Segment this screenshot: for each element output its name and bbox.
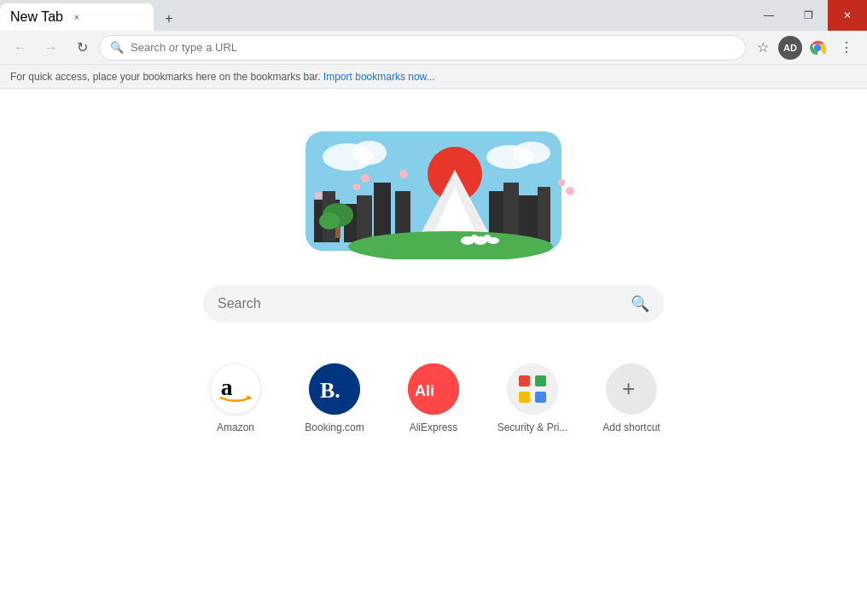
window-controls: — ❐ ✕ (749, 0, 867, 31)
svg-rect-12 (357, 195, 372, 242)
svg-marker-35 (246, 395, 250, 398)
profile-avatar[interactable]: AD (778, 36, 802, 60)
active-tab[interactable]: New Tab × (0, 3, 154, 31)
search-bar-wrapper[interactable]: 🔍 (203, 285, 664, 323)
security-icon (507, 363, 558, 415)
svg-rect-18 (538, 187, 550, 242)
shortcuts-row: a Amazon B. Booking.com Ali (193, 357, 674, 440)
booking-label: Booking.com (305, 421, 364, 433)
minimize-button[interactable]: — (749, 0, 788, 31)
address-search-icon: 🔍 (110, 41, 124, 54)
svg-text:+: + (622, 375, 635, 401)
svg-rect-13 (374, 183, 391, 242)
add-shortcut-icon: + (606, 363, 657, 415)
svg-point-3 (352, 141, 387, 165)
svg-text:a: a (221, 374, 233, 400)
svg-point-0 (814, 44, 821, 50)
svg-text:B.: B. (320, 378, 340, 403)
svg-point-33 (487, 237, 499, 244)
svg-point-40 (507, 363, 558, 415)
maximize-button[interactable]: ❐ (788, 0, 828, 31)
tab-strip: New Tab × + (0, 0, 749, 31)
svg-rect-41 (519, 375, 530, 386)
shortcut-security[interactable]: Security & Pri... (490, 357, 575, 440)
back-button[interactable]: ← (7, 34, 34, 61)
svg-rect-44 (535, 392, 546, 403)
forward-button[interactable]: → (38, 34, 65, 61)
new-tab-button[interactable]: + (157, 7, 181, 31)
svg-rect-43 (519, 392, 530, 403)
tab-close-button[interactable]: × (70, 10, 84, 24)
nav-right-controls: ☆ AD ⋮ (749, 34, 860, 61)
tab-title: New Tab (10, 9, 63, 25)
svg-point-5 (513, 142, 550, 164)
refresh-button[interactable]: ↻ (68, 34, 96, 61)
address-bar[interactable]: 🔍 (99, 35, 746, 61)
search-input[interactable] (218, 296, 624, 311)
svg-rect-16 (503, 183, 519, 242)
amazon-icon: a (210, 363, 261, 415)
svg-point-22 (319, 212, 340, 230)
favorite-button[interactable]: ☆ (749, 34, 777, 61)
svg-rect-42 (535, 375, 546, 386)
doodle-image (271, 123, 596, 259)
svg-point-24 (353, 183, 360, 190)
security-label: Security & Pri... (498, 421, 568, 433)
nav-bar: ← → ↻ 🔍 ☆ AD ⋮ (0, 31, 867, 65)
bookmark-message: For quick access, place your bookmarks h… (10, 71, 321, 83)
search-container: 🔍 (203, 285, 664, 323)
svg-text:Ali: Ali (415, 382, 434, 399)
aliexpress-icon: Ali (408, 363, 459, 415)
more-menu-button[interactable]: ⋮ (833, 34, 860, 61)
svg-rect-17 (519, 195, 538, 242)
import-bookmarks-link[interactable]: Import bookmarks now... (323, 71, 435, 83)
svg-point-28 (315, 192, 322, 199)
booking-icon: B. (309, 363, 360, 415)
title-bar: New Tab × + — ❐ ✕ (0, 0, 867, 31)
main-content: 🔍 a Amazon B. Booking.com (0, 89, 867, 440)
address-input[interactable] (131, 41, 735, 54)
shortcut-add[interactable]: + Add shortcut (589, 357, 674, 440)
chrome-logo-icon (809, 39, 826, 56)
doodle-svg (271, 123, 596, 259)
aliexpress-label: AliExpress (410, 421, 458, 433)
shortcut-booking[interactable]: B. Booking.com (292, 357, 377, 440)
search-icon: 🔍 (631, 294, 649, 313)
shortcut-amazon[interactable]: a Amazon (193, 357, 278, 440)
svg-point-27 (558, 179, 565, 186)
add-shortcut-label: Add shortcut (602, 421, 660, 433)
shortcut-aliexpress[interactable]: Ali AliExpress (391, 357, 476, 440)
bookmark-bar: For quick access, place your bookmarks h… (0, 65, 867, 89)
svg-point-25 (399, 170, 408, 178)
close-button[interactable]: ✕ (828, 0, 867, 31)
svg-point-23 (361, 174, 369, 183)
svg-point-26 (566, 187, 574, 195)
chrome-logo-button[interactable] (804, 34, 831, 61)
amazon-label: Amazon (217, 421, 254, 433)
